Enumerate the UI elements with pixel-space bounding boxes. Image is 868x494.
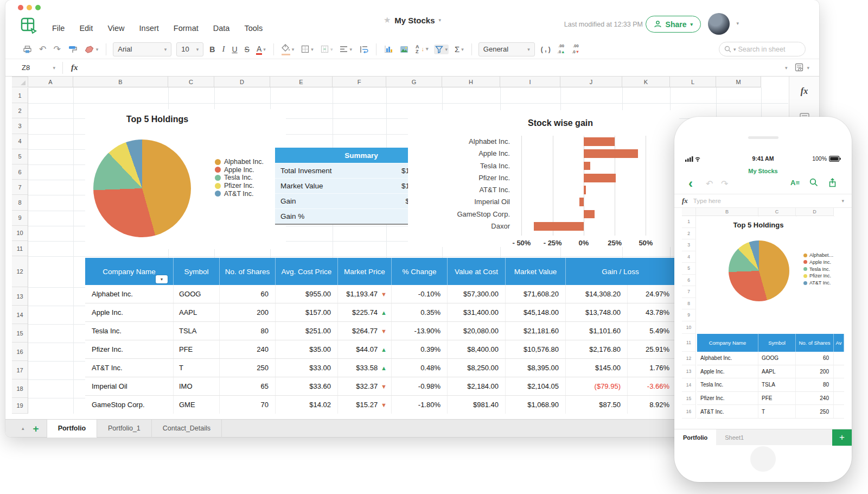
column-header-B[interactable]: B (73, 77, 168, 87)
holdings-header-4[interactable]: Avg. Cost Price (276, 258, 338, 285)
table-cell[interactable]: $981.40 (448, 396, 506, 414)
formula-input[interactable] (85, 59, 785, 76)
phone-column-header-C[interactable]: C (758, 208, 796, 216)
table-cell[interactable]: $13,748.00 (566, 303, 628, 321)
phone-table-header-3[interactable]: No. of Shares (796, 334, 834, 352)
sheet-view-button[interactable]: ▾ (795, 63, 809, 72)
search-input[interactable] (738, 46, 793, 53)
table-cell[interactable]: 70 (220, 396, 276, 414)
table-cell[interactable]: 43.78% (628, 303, 675, 321)
row-header-17[interactable]: 17 (12, 361, 28, 379)
table-cell[interactable]: $21,181.60 (506, 322, 566, 340)
table-row[interactable]: GameStop Corp.GME70$14.02$15.27▼-1.80%$9… (85, 396, 675, 414)
phone-row-header-13[interactable]: 13 (682, 365, 696, 379)
row-header-8[interactable]: 8 (12, 195, 28, 210)
phone-table-header-2[interactable]: Symbol (758, 334, 796, 352)
phone-row-header-2[interactable]: 2 (682, 228, 696, 240)
table-cell[interactable]: $1,068.90 (506, 396, 566, 414)
row-header-16[interactable]: 16 (12, 343, 28, 361)
table-cell[interactable]: -0.98% (392, 377, 448, 395)
table-cell[interactable]: Imperial Oil (85, 377, 174, 395)
phone-table-cell[interactable]: Alphabet Inc. (697, 352, 758, 365)
table-cell[interactable]: $44.07▲ (338, 340, 392, 358)
phone-table-cell[interactable]: PFE (758, 392, 796, 405)
phone-column-header-B[interactable]: B (696, 208, 758, 216)
table-row[interactable]: Alphabet Inc.GOOG60$955.00$1,193.47▼-0.1… (85, 285, 675, 303)
menu-data[interactable]: Data (213, 24, 230, 33)
phone-table-cell[interactable]: AAPL (758, 365, 796, 378)
table-cell[interactable]: $32.37▼ (338, 377, 392, 395)
table-cell[interactable]: $2,184.00 (448, 377, 506, 395)
insert-chart-button[interactable] (383, 44, 394, 54)
account-chevron-icon[interactable]: ▾ (736, 21, 739, 26)
row-header-9[interactable]: 9 (12, 211, 28, 226)
table-cell[interactable]: 0.39% (392, 340, 448, 358)
phone-table-cell[interactable]: Apple Inc. (697, 365, 758, 378)
phone-row-header-12[interactable]: 12 (682, 352, 696, 365)
table-row[interactable]: Tesla Inc.TSLA80$251.00$264.77▼-13.90%$2… (85, 322, 675, 340)
row-header-13[interactable]: 13 (12, 287, 28, 306)
table-cell[interactable]: $8,395.00 (506, 359, 566, 377)
table-row[interactable]: Pfizer Inc.PFE240$35.00$44.07▲0.39%$8,40… (85, 340, 675, 359)
row-header-4[interactable]: 4 (12, 134, 28, 149)
row-header-1[interactable]: 1 (12, 88, 28, 103)
table-cell[interactable]: $251.00 (276, 322, 338, 340)
table-cell[interactable]: Pfizer Inc. (85, 340, 174, 358)
table-row[interactable]: AT&T Inc.T250$33.00$33.58▲0.48%$8,250.00… (85, 359, 675, 377)
holdings-header-5[interactable]: Market Price (338, 258, 392, 285)
table-cell[interactable]: $33.58▲ (338, 359, 392, 377)
phone-table-row[interactable]: AT&T Inc.T250 (697, 405, 844, 419)
phone-table-cell[interactable]: Tesla Inc. (697, 378, 758, 391)
table-cell[interactable]: Tesla Inc. (85, 322, 174, 340)
table-cell[interactable]: $10,576.80 (506, 340, 566, 358)
phone-pie-chart[interactable] (729, 240, 789, 301)
table-cell[interactable]: 0.48% (392, 359, 448, 377)
phone-table-cell[interactable]: T (758, 405, 796, 418)
table-cell[interactable]: AT&T Inc. (85, 359, 174, 377)
phone-table-cell[interactable]: TSLA (758, 378, 796, 391)
sheet-tab-portfolio_1[interactable]: Portfolio_1 (97, 420, 152, 438)
horizontal-align-button[interactable]: ▾ (339, 45, 353, 54)
phone-row-header-7[interactable]: 7 (682, 286, 696, 298)
row-header-11[interactable]: 11 (12, 241, 28, 256)
table-cell[interactable]: 65 (220, 377, 276, 395)
holdings-header-6[interactable]: % Change (392, 258, 448, 285)
sheet-tab-contact_details[interactable]: Contact_Details (152, 420, 222, 438)
row-header-3[interactable]: 3 (12, 118, 28, 134)
table-cell[interactable]: $15.27▼ (338, 396, 392, 414)
table-cell[interactable]: $45,148.00 (506, 303, 566, 321)
select-all-corner[interactable] (12, 77, 28, 87)
table-cell[interactable]: 1.76% (628, 359, 675, 377)
phone-row-header-5[interactable]: 5 (682, 263, 696, 275)
phone-home-button[interactable] (750, 446, 776, 472)
phone-table-cell[interactable]: 60 (796, 352, 834, 365)
column-header-L[interactable]: L (670, 77, 716, 87)
phone-add-sheet-button[interactable]: + (832, 429, 852, 446)
phone-sheet-tab-sheet1[interactable]: Sheet1 (716, 429, 752, 446)
add-sheet-button[interactable]: + (33, 423, 39, 434)
phone-sheet-grid[interactable]: BCD12345678910111213141516Top 5 Holdings… (674, 117, 852, 482)
row-header-10[interactable]: 10 (12, 226, 28, 241)
phone-table-row[interactable]: Tesla Inc.TSLA80 (697, 378, 844, 392)
table-cell[interactable]: $145.00 (566, 359, 628, 377)
phone-table-cell[interactable]: 200 (796, 365, 834, 378)
bold-button[interactable]: B (208, 44, 216, 55)
table-cell[interactable]: 25.91% (628, 340, 675, 358)
phone-table-cell[interactable]: GOOG (758, 352, 796, 365)
column-header-K[interactable]: K (622, 77, 670, 87)
phone-row-header-9[interactable]: 9 (682, 309, 696, 321)
table-cell[interactable]: $71,608.20 (506, 285, 566, 303)
table-cell[interactable]: $2,104.05 (506, 377, 566, 395)
table-cell[interactable]: -3.66% (628, 377, 675, 395)
sum-button[interactable]: Σ ▾ (454, 43, 465, 55)
table-cell[interactable]: GameStop Corp. (85, 396, 174, 414)
table-cell[interactable]: $87.50 (566, 396, 628, 414)
table-cell[interactable]: $8,250.00 (448, 359, 506, 377)
underline-button[interactable]: U (231, 44, 238, 55)
row-header-2[interactable]: 2 (12, 103, 28, 118)
column-filter-button[interactable]: ▾ (156, 275, 168, 283)
phone-table-header-4[interactable]: Av (834, 334, 844, 352)
row-header-12[interactable]: 12 (12, 256, 28, 287)
holdings-header-3[interactable]: No. of Shares (220, 258, 276, 285)
table-cell[interactable]: $8,400.00 (448, 340, 506, 358)
